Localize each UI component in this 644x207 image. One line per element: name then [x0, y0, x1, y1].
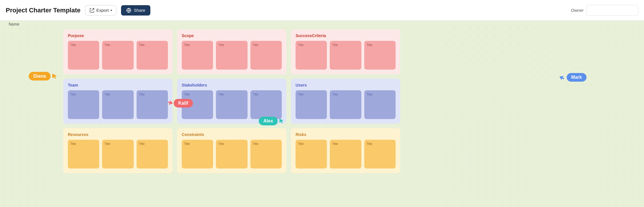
section-risks: Risks Title Title Title	[291, 128, 400, 173]
header: Project Charter Template Export ▾ Share …	[0, 0, 644, 21]
name-column-label: Name	[9, 22, 19, 26]
risks-card-1[interactable]: Title	[296, 140, 327, 168]
success-cards: Title Title Title	[296, 41, 396, 70]
section-users-label: Users	[296, 83, 396, 87]
constraints-card-3[interactable]: Title	[250, 140, 282, 168]
success-card-1[interactable]: Title	[296, 41, 327, 70]
mark-cursor-arrow-icon	[560, 74, 566, 80]
purpose-card-1[interactable]: Title	[68, 41, 99, 70]
risks-card-3[interactable]: Title	[364, 140, 396, 168]
owner-label: Owner	[571, 8, 584, 13]
resources-card-1[interactable]: Title	[68, 140, 99, 168]
team-cards: Title Title Title	[68, 90, 168, 119]
stakeholders-card-3[interactable]: Title	[250, 90, 282, 119]
export-icon	[89, 8, 95, 13]
team-card-2[interactable]: Title	[102, 90, 133, 119]
mark-label: Mark	[567, 73, 586, 82]
svg-line-0	[92, 8, 94, 11]
section-purpose-label: Purpose	[68, 33, 168, 38]
purpose-card-2[interactable]: Title	[102, 41, 133, 70]
constraints-card-1[interactable]: Title	[182, 140, 213, 168]
users-cards: Title Title Title	[296, 90, 396, 119]
section-success-label: SuccessCriteria	[296, 33, 396, 38]
stakeholders-cards: Title Title Title	[182, 90, 282, 119]
export-chevron-icon: ▾	[110, 8, 112, 12]
alex-cursor: Alex	[259, 117, 285, 125]
alex-cursor-arrow-icon	[279, 118, 285, 124]
share-button[interactable]: Share	[121, 5, 150, 16]
globe-icon	[126, 8, 131, 13]
stakeholders-card-2[interactable]: Title	[216, 90, 247, 119]
users-card-3[interactable]: Title	[364, 90, 396, 119]
purpose-cards: Title Title Title	[68, 41, 168, 70]
constraints-cards: Title Title Title	[182, 140, 282, 168]
section-users: Users Title Title Title	[291, 79, 400, 124]
sections-grid: Purpose Title Title Title Scope Title Ti…	[63, 29, 400, 173]
svg-marker-4	[167, 100, 173, 106]
section-team-label: Team	[68, 83, 168, 87]
owner-input[interactable]	[586, 5, 638, 16]
export-button[interactable]: Export ▾	[85, 5, 116, 16]
diana-cursor: Diana	[29, 72, 58, 80]
section-scope: Scope Title Title Title	[177, 29, 286, 74]
success-card-2[interactable]: Title	[330, 41, 361, 70]
svg-marker-6	[560, 74, 565, 80]
team-card-1[interactable]: Title	[68, 90, 99, 119]
section-scope-label: Scope	[182, 33, 282, 38]
mark-cursor: Mark	[560, 73, 586, 82]
page-title: Project Charter Template	[6, 7, 80, 14]
risks-card-2[interactable]: Title	[330, 140, 361, 168]
section-team: Team Title Title Title	[63, 79, 172, 124]
success-card-3[interactable]: Title	[364, 41, 396, 70]
alex-label: Alex	[259, 117, 278, 125]
owner-section: Owner	[571, 5, 638, 16]
resources-cards: Title Title Title	[68, 140, 168, 168]
section-purpose: Purpose Title Title Title	[63, 29, 172, 74]
kalif-cursor-arrow-icon	[166, 99, 174, 107]
purpose-card-3[interactable]: Title	[137, 41, 168, 70]
scope-card-3[interactable]: Title	[250, 41, 282, 70]
section-stakeholders-label: Stakeholders	[182, 83, 282, 87]
section-success-criteria: SuccessCriteria Title Title Title	[291, 29, 400, 74]
svg-marker-3	[52, 74, 57, 79]
kalif-label: Kalif	[174, 99, 193, 108]
users-card-2[interactable]: Title	[330, 90, 361, 119]
scope-cards: Title Title Title	[182, 41, 282, 70]
kalif-cursor: Kalif	[167, 99, 193, 108]
team-card-3[interactable]: Title	[137, 90, 168, 119]
diana-cursor-arrow-icon	[52, 73, 58, 79]
section-constraints: Constraints Title Title Title	[177, 128, 286, 173]
users-card-1[interactable]: Title	[296, 90, 327, 119]
risks-cards: Title Title Title	[296, 140, 396, 168]
scope-card-1[interactable]: Title	[182, 41, 213, 70]
diana-label: Diana	[29, 72, 51, 80]
svg-marker-5	[279, 119, 283, 123]
resources-card-2[interactable]: Title	[102, 140, 133, 168]
section-resources: Resources Title Title Title	[63, 128, 172, 173]
section-constraints-label: Constraints	[182, 132, 282, 137]
section-resources-label: Resources	[68, 132, 168, 137]
resources-card-3[interactable]: Title	[137, 140, 168, 168]
scope-card-2[interactable]: Title	[216, 41, 247, 70]
section-risks-label: Risks	[296, 132, 396, 137]
canvas: Name Purpose Title Title Title Scope Tit…	[0, 21, 644, 207]
constraints-card-2[interactable]: Title	[216, 140, 247, 168]
